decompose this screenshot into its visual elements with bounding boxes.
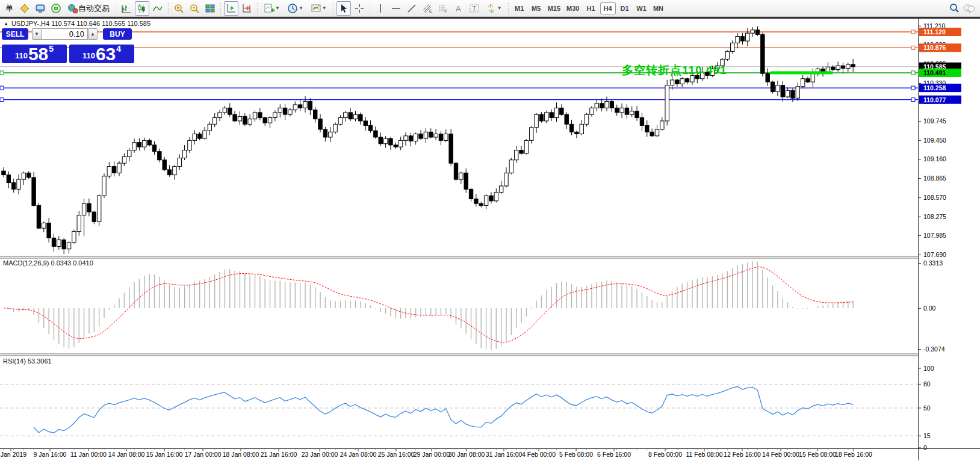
toolbar-separator bbox=[368, 2, 372, 15]
candlestick-chart-button[interactable] bbox=[135, 1, 149, 16]
candle bbox=[751, 30, 754, 33]
macd-tick-label: 0.00 bbox=[923, 305, 936, 312]
line-handle[interactable] bbox=[911, 71, 915, 75]
candle bbox=[323, 129, 327, 137]
pivot-highlight-segment[interactable] bbox=[771, 71, 833, 74]
candle bbox=[258, 113, 262, 118]
text-button[interactable]: A bbox=[451, 1, 466, 16]
candle bbox=[62, 240, 66, 249]
candle bbox=[7, 175, 10, 183]
candle bbox=[17, 179, 20, 189]
indicators-button[interactable]: ▼ bbox=[261, 1, 283, 16]
fibonacci-icon: F bbox=[438, 3, 448, 14]
candle bbox=[117, 163, 121, 173]
candle bbox=[811, 73, 814, 82]
new-order-button[interactable]: 单 bbox=[2, 1, 16, 16]
autotrading-button[interactable]: 自动交易 bbox=[64, 1, 113, 16]
line-handle[interactable] bbox=[0, 98, 4, 102]
tab-timeframe-m1[interactable]: M1 bbox=[512, 2, 527, 14]
volume-input[interactable]: 0.10 bbox=[41, 28, 88, 40]
sell-button[interactable]: SELL bbox=[2, 28, 28, 40]
arrow-down-icon: ▼ bbox=[34, 31, 39, 37]
trendline-button[interactable] bbox=[405, 1, 419, 16]
volume-increase-button[interactable]: ▲ bbox=[88, 28, 98, 40]
candle bbox=[308, 102, 312, 110]
tile-windows-icon bbox=[205, 3, 216, 14]
arrows-button[interactable]: ▼ bbox=[483, 1, 505, 16]
candle bbox=[836, 66, 840, 69]
tab-timeframe-h1[interactable]: H1 bbox=[583, 2, 599, 14]
candle bbox=[163, 160, 166, 170]
date-label: 12 Feb 16:00 bbox=[724, 451, 761, 458]
line-handle[interactable] bbox=[911, 30, 915, 34]
candle bbox=[374, 131, 377, 137]
signal-icon[interactable] bbox=[49, 1, 63, 16]
line-handle[interactable] bbox=[911, 98, 915, 102]
candle bbox=[545, 113, 548, 121]
vertical-line-button[interactable] bbox=[373, 1, 388, 16]
candle bbox=[580, 124, 583, 134]
svg-text:T: T bbox=[472, 5, 476, 12]
bar-chart-button[interactable] bbox=[119, 1, 134, 16]
fibonacci-button[interactable]: F bbox=[436, 1, 450, 16]
price-chart-canvas[interactable]: 111.210110.920110.625110.330110.040109.7… bbox=[0, 0, 980, 467]
candle bbox=[494, 193, 498, 201]
crosshair-button[interactable] bbox=[352, 1, 367, 16]
candle bbox=[253, 113, 256, 119]
equidistant-channel-button[interactable]: E bbox=[420, 1, 435, 16]
chart-shift-button[interactable] bbox=[240, 1, 254, 16]
volume-decrease-button[interactable]: ▼ bbox=[32, 28, 42, 40]
zoom-in-button[interactable] bbox=[172, 1, 186, 16]
order-ticket-icon[interactable] bbox=[17, 1, 32, 16]
clock-icon bbox=[287, 3, 298, 14]
collapse-panel-icon[interactable]: ▲ bbox=[4, 21, 8, 26]
candle bbox=[841, 66, 845, 68]
pivot-annotation-text[interactable]: 多空转折点110.491 bbox=[622, 63, 727, 78]
candle bbox=[208, 124, 211, 131]
tab-timeframe-mn[interactable]: MN bbox=[651, 2, 666, 14]
candle bbox=[615, 108, 619, 113]
macd-tick-label: -0.3074 bbox=[923, 345, 945, 353]
svg-text:A: A bbox=[456, 4, 461, 13]
line-handle[interactable] bbox=[0, 71, 4, 75]
text-label-button[interactable]: T bbox=[467, 1, 482, 16]
tile-windows-button[interactable] bbox=[203, 1, 217, 16]
zoom-in-icon bbox=[173, 3, 184, 14]
line-handle[interactable] bbox=[911, 46, 915, 49]
chat-icon[interactable] bbox=[963, 4, 975, 13]
candle bbox=[464, 173, 468, 189]
line-handle[interactable] bbox=[0, 86, 4, 90]
tab-timeframe-d1[interactable]: D1 bbox=[617, 2, 633, 14]
broadcast-icon bbox=[51, 3, 61, 14]
macd-tick-label: 0.3313 bbox=[923, 259, 943, 267]
tab-timeframe-m15[interactable]: M15 bbox=[545, 2, 563, 14]
candle bbox=[152, 145, 156, 152]
line-chart-button[interactable] bbox=[150, 1, 165, 16]
sell-price-display[interactable]: 110 58 5 bbox=[2, 45, 67, 63]
tab-timeframe-h4[interactable]: H4 bbox=[600, 2, 616, 14]
tab-timeframe-m30[interactable]: M30 bbox=[564, 2, 581, 14]
templates-button[interactable]: ▼ bbox=[308, 1, 330, 16]
tab-timeframe-w1[interactable]: W1 bbox=[634, 2, 650, 14]
zoom-out-button[interactable] bbox=[187, 1, 202, 16]
candle bbox=[333, 124, 337, 132]
tab-timeframe-m5[interactable]: M5 bbox=[529, 2, 544, 14]
line-handle[interactable] bbox=[911, 86, 915, 90]
buy-price-display[interactable]: 110 63 4 bbox=[69, 45, 134, 63]
toolbar-separator bbox=[506, 2, 510, 15]
trading-terminal-window: { "toolbar": { "partial_label": "单", "au… bbox=[0, 0, 980, 467]
market-watch-icon[interactable] bbox=[33, 1, 48, 16]
candle bbox=[755, 30, 759, 35]
search-icon[interactable] bbox=[949, 3, 960, 13]
toolbar-separator bbox=[331, 2, 335, 15]
rsi-tick-label: 100 bbox=[923, 365, 934, 372]
buy-button[interactable]: BUY bbox=[103, 28, 132, 40]
svg-text:E: E bbox=[429, 9, 432, 13]
horizontal-line-button[interactable] bbox=[389, 1, 403, 16]
auto-scroll-button[interactable] bbox=[224, 1, 238, 16]
price-badge-label: 110.258 bbox=[923, 84, 946, 91]
candle bbox=[519, 150, 523, 153]
candle bbox=[560, 108, 563, 114]
cursor-button[interactable] bbox=[336, 1, 351, 16]
periods-button[interactable]: ▼ bbox=[284, 1, 306, 16]
